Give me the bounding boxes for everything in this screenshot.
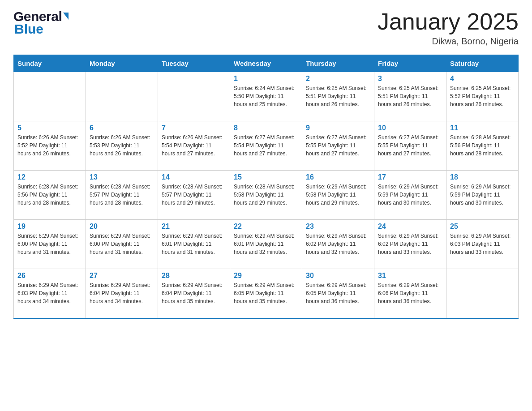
- day-number: 22: [234, 223, 298, 231]
- day-number: 5: [17, 124, 82, 132]
- day-info: Sunrise: 6:29 AM Sunset: 6:06 PM Dayligh…: [378, 281, 442, 305]
- day-info: Sunrise: 6:29 AM Sunset: 6:04 PM Dayligh…: [162, 281, 226, 305]
- calendar-cell: [446, 269, 519, 318]
- calendar-cell: [86, 72, 158, 121]
- calendar-cell: 24Sunrise: 6:29 AM Sunset: 6:02 PM Dayli…: [374, 220, 446, 269]
- day-info: Sunrise: 6:29 AM Sunset: 6:02 PM Dayligh…: [306, 232, 370, 256]
- calendar-cell: 13Sunrise: 6:28 AM Sunset: 5:57 PM Dayli…: [86, 171, 158, 220]
- page-header: General Blue January 2025 Dikwa, Borno, …: [13, 9, 519, 47]
- calendar-header-sunday: Sunday: [14, 55, 86, 72]
- day-info: Sunrise: 6:29 AM Sunset: 5:58 PM Dayligh…: [306, 183, 370, 207]
- calendar-cell: 30Sunrise: 6:29 AM Sunset: 6:05 PM Dayli…: [302, 269, 374, 318]
- day-number: 16: [306, 173, 370, 181]
- day-number: 30: [306, 272, 370, 280]
- calendar-cell: 22Sunrise: 6:29 AM Sunset: 6:01 PM Dayli…: [230, 220, 302, 269]
- day-number: 8: [234, 124, 298, 132]
- logo-triangle-icon: [63, 13, 69, 20]
- location-subtitle: Dikwa, Borno, Nigeria: [378, 36, 519, 47]
- day-number: 23: [306, 223, 370, 231]
- day-info: Sunrise: 6:29 AM Sunset: 6:04 PM Dayligh…: [90, 281, 154, 305]
- day-info: Sunrise: 6:29 AM Sunset: 6:03 PM Dayligh…: [17, 281, 82, 305]
- calendar-week-row: 12Sunrise: 6:28 AM Sunset: 5:56 PM Dayli…: [14, 171, 519, 220]
- calendar-cell: 8Sunrise: 6:27 AM Sunset: 5:54 PM Daylig…: [230, 121, 302, 171]
- calendar-cell: 14Sunrise: 6:28 AM Sunset: 5:57 PM Dayli…: [158, 171, 230, 220]
- calendar-cell: 12Sunrise: 6:28 AM Sunset: 5:56 PM Dayli…: [14, 171, 86, 220]
- calendar-cell: 29Sunrise: 6:29 AM Sunset: 6:05 PM Dayli…: [230, 269, 302, 318]
- calendar-cell: 2Sunrise: 6:25 AM Sunset: 5:51 PM Daylig…: [302, 72, 374, 121]
- calendar-header-wednesday: Wednesday: [230, 55, 302, 72]
- day-info: Sunrise: 6:29 AM Sunset: 6:05 PM Dayligh…: [306, 281, 370, 305]
- day-number: 6: [90, 124, 154, 132]
- day-info: Sunrise: 6:29 AM Sunset: 6:00 PM Dayligh…: [17, 232, 82, 256]
- calendar-cell: 3Sunrise: 6:25 AM Sunset: 5:51 PM Daylig…: [374, 72, 446, 121]
- calendar-cell: 6Sunrise: 6:26 AM Sunset: 5:53 PM Daylig…: [86, 121, 158, 171]
- day-info: Sunrise: 6:28 AM Sunset: 5:57 PM Dayligh…: [90, 183, 154, 207]
- calendar-header-saturday: Saturday: [446, 55, 519, 72]
- day-number: 4: [450, 75, 515, 83]
- calendar-header-tuesday: Tuesday: [158, 55, 230, 72]
- day-number: 14: [162, 173, 226, 181]
- calendar-cell: 11Sunrise: 6:28 AM Sunset: 5:56 PM Dayli…: [446, 121, 519, 171]
- day-number: 31: [378, 272, 442, 280]
- calendar-cell: 15Sunrise: 6:28 AM Sunset: 5:58 PM Dayli…: [230, 171, 302, 220]
- day-info: Sunrise: 6:26 AM Sunset: 5:54 PM Dayligh…: [162, 133, 226, 158]
- day-number: 2: [306, 75, 370, 83]
- calendar-header-monday: Monday: [86, 55, 158, 72]
- calendar-cell: 18Sunrise: 6:29 AM Sunset: 5:59 PM Dayli…: [446, 171, 519, 220]
- day-number: 28: [162, 272, 226, 280]
- calendar-cell: 1Sunrise: 6:24 AM Sunset: 5:50 PM Daylig…: [230, 72, 302, 121]
- day-info: Sunrise: 6:29 AM Sunset: 6:02 PM Dayligh…: [378, 232, 442, 256]
- day-info: Sunrise: 6:29 AM Sunset: 6:00 PM Dayligh…: [90, 232, 154, 256]
- calendar-cell: 4Sunrise: 6:25 AM Sunset: 5:52 PM Daylig…: [446, 72, 519, 121]
- calendar-cell: [14, 72, 86, 121]
- day-info: Sunrise: 6:24 AM Sunset: 5:50 PM Dayligh…: [234, 84, 298, 108]
- calendar-cell: 26Sunrise: 6:29 AM Sunset: 6:03 PM Dayli…: [14, 269, 86, 318]
- day-info: Sunrise: 6:29 AM Sunset: 6:03 PM Dayligh…: [450, 232, 515, 256]
- day-info: Sunrise: 6:25 AM Sunset: 5:51 PM Dayligh…: [378, 84, 442, 108]
- day-info: Sunrise: 6:29 AM Sunset: 6:01 PM Dayligh…: [234, 232, 298, 256]
- day-info: Sunrise: 6:29 AM Sunset: 6:05 PM Dayligh…: [234, 281, 298, 305]
- day-info: Sunrise: 6:28 AM Sunset: 5:58 PM Dayligh…: [234, 183, 298, 207]
- calendar-week-row: 5Sunrise: 6:26 AM Sunset: 5:52 PM Daylig…: [14, 121, 519, 171]
- calendar-cell: 17Sunrise: 6:29 AM Sunset: 5:59 PM Dayli…: [374, 171, 446, 220]
- day-number: 12: [17, 173, 82, 181]
- calendar-cell: 5Sunrise: 6:26 AM Sunset: 5:52 PM Daylig…: [14, 121, 86, 171]
- calendar-cell: 31Sunrise: 6:29 AM Sunset: 6:06 PM Dayli…: [374, 269, 446, 318]
- day-info: Sunrise: 6:25 AM Sunset: 5:52 PM Dayligh…: [450, 84, 515, 108]
- day-number: 3: [378, 75, 442, 83]
- calendar-week-row: 1Sunrise: 6:24 AM Sunset: 5:50 PM Daylig…: [14, 72, 519, 121]
- day-info: Sunrise: 6:28 AM Sunset: 5:56 PM Dayligh…: [450, 133, 515, 158]
- day-info: Sunrise: 6:28 AM Sunset: 5:57 PM Dayligh…: [162, 183, 226, 207]
- day-number: 29: [234, 272, 298, 280]
- day-info: Sunrise: 6:26 AM Sunset: 5:53 PM Dayligh…: [90, 133, 154, 158]
- day-number: 21: [162, 223, 226, 231]
- day-info: Sunrise: 6:26 AM Sunset: 5:52 PM Dayligh…: [17, 133, 82, 158]
- calendar-cell: 28Sunrise: 6:29 AM Sunset: 6:04 PM Dayli…: [158, 269, 230, 318]
- calendar-cell: 9Sunrise: 6:27 AM Sunset: 5:55 PM Daylig…: [302, 121, 374, 171]
- day-number: 27: [90, 272, 154, 280]
- calendar-table: SundayMondayTuesdayWednesdayThursdayFrid…: [13, 55, 519, 319]
- day-number: 13: [90, 173, 154, 181]
- day-number: 24: [378, 223, 442, 231]
- day-info: Sunrise: 6:27 AM Sunset: 5:55 PM Dayligh…: [306, 133, 370, 158]
- day-number: 10: [378, 124, 442, 132]
- calendar-cell: 23Sunrise: 6:29 AM Sunset: 6:02 PM Dayli…: [302, 220, 374, 269]
- day-info: Sunrise: 6:29 AM Sunset: 5:59 PM Dayligh…: [378, 183, 442, 207]
- day-number: 1: [234, 75, 298, 83]
- calendar-cell: 25Sunrise: 6:29 AM Sunset: 6:03 PM Dayli…: [446, 220, 519, 269]
- title-section: January 2025 Dikwa, Borno, Nigeria: [378, 9, 519, 47]
- day-number: 17: [378, 173, 442, 181]
- day-number: 18: [450, 173, 515, 181]
- calendar-header-thursday: Thursday: [302, 55, 374, 72]
- logo: General Blue: [13, 9, 69, 37]
- calendar-cell: 19Sunrise: 6:29 AM Sunset: 6:00 PM Dayli…: [14, 220, 86, 269]
- day-number: 15: [234, 173, 298, 181]
- day-info: Sunrise: 6:28 AM Sunset: 5:56 PM Dayligh…: [17, 183, 82, 207]
- calendar-cell: 20Sunrise: 6:29 AM Sunset: 6:00 PM Dayli…: [86, 220, 158, 269]
- calendar-cell: 27Sunrise: 6:29 AM Sunset: 6:04 PM Dayli…: [86, 269, 158, 318]
- calendar-cell: 21Sunrise: 6:29 AM Sunset: 6:01 PM Dayli…: [158, 220, 230, 269]
- calendar-week-row: 19Sunrise: 6:29 AM Sunset: 6:00 PM Dayli…: [14, 220, 519, 269]
- calendar-cell: 7Sunrise: 6:26 AM Sunset: 5:54 PM Daylig…: [158, 121, 230, 171]
- calendar-header-friday: Friday: [374, 55, 446, 72]
- day-number: 7: [162, 124, 226, 132]
